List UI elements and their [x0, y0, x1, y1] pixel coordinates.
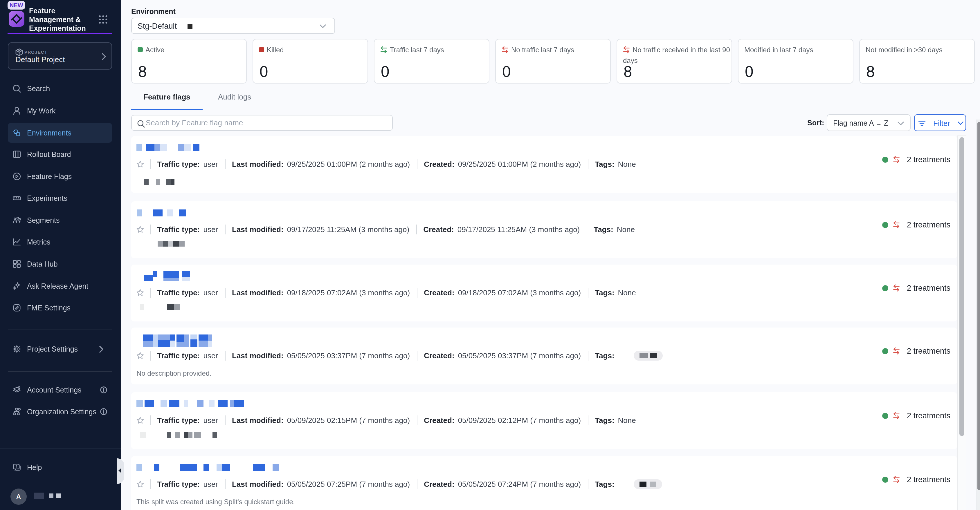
svg-text:?: ?: [15, 465, 17, 469]
